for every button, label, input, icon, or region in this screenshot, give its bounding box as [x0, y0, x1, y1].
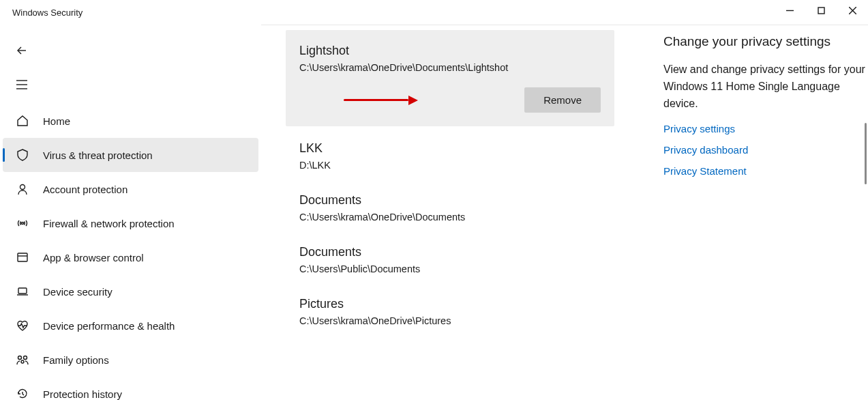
nav-app-browser[interactable]: App & browser control [3, 240, 258, 274]
exclusions-list: Lightshot C:\Users\krama\OneDrive\Docume… [286, 30, 614, 400]
exclusion-path: C:\Users\krama\OneDrive\Documents\Lights… [299, 61, 601, 75]
titlebar: Windows Security [0, 0, 868, 25]
nav-label: Firewall & network protection [43, 218, 175, 229]
exclusion-item[interactable]: LKK D:\LKK [286, 133, 614, 185]
exclusion-path: C:\Users\krama\OneDrive\Documents [299, 210, 601, 225]
nav-device-security[interactable]: Device security [3, 274, 258, 309]
laptop-icon [14, 283, 31, 300]
side-text: View and change privacy settings for you… [663, 61, 868, 112]
nav-home[interactable]: Home [3, 104, 258, 138]
main-panel: Lightshot C:\Users\krama\OneDrive\Docume… [261, 25, 868, 400]
exclusion-path: C:\Users\krama\OneDrive\Pictures [299, 314, 601, 328]
nav-firewall[interactable]: Firewall & network protection [3, 206, 258, 240]
nav-account-protection[interactable]: Account protection [3, 172, 258, 206]
nav-label: Account protection [43, 184, 128, 195]
nav-label: Virus & threat protection [43, 149, 153, 161]
scrollbar[interactable] [865, 123, 867, 184]
minimize-button[interactable] [774, 0, 805, 20]
svg-point-9 [22, 223, 24, 225]
exclusion-title: Lightshot [299, 44, 601, 58]
side-panel: Change your privacy settings View and ch… [663, 30, 868, 400]
side-title: Change your privacy settings [663, 34, 868, 49]
sidebar: Home Virus & threat protection Account p… [0, 25, 261, 400]
back-arrow-icon [16, 44, 28, 57]
nav-label: Home [43, 115, 70, 127]
exclusion-path: D:\LKK [299, 158, 601, 173]
nav-list: Home Virus & threat protection Account p… [0, 104, 261, 400]
heart-icon [14, 317, 31, 334]
family-icon [14, 352, 31, 368]
content: Home Virus & threat protection Account p… [0, 25, 868, 400]
nav-label: Family options [43, 354, 109, 366]
svg-rect-10 [18, 253, 27, 261]
svg-point-8 [20, 185, 25, 190]
window-title: Windows Security [12, 8, 83, 18]
back-button[interactable] [5, 37, 38, 64]
nav-label: Device performance & health [43, 320, 175, 332]
nav-label: Protection history [43, 388, 122, 400]
exclusion-item-selected[interactable]: Lightshot C:\Users\krama\OneDrive\Docume… [286, 30, 614, 126]
exclusion-item[interactable]: Pictures C:\Users\krama\OneDrive\Picture… [286, 289, 614, 341]
svg-point-14 [18, 356, 22, 360]
svg-point-16 [21, 360, 24, 363]
window-icon [14, 249, 31, 266]
window-controls [774, 0, 868, 25]
exclusion-title: Documents [299, 193, 601, 208]
hamburger-button[interactable] [5, 71, 38, 98]
link-privacy-settings[interactable]: Privacy settings [663, 123, 868, 134]
svg-rect-12 [18, 288, 27, 294]
shield-icon [14, 147, 31, 163]
remove-button[interactable]: Remove [524, 87, 601, 113]
arrow-annotation [344, 96, 418, 105]
exclusion-title: LKK [299, 141, 601, 156]
remove-row: Remove [299, 87, 601, 113]
exclusion-path: C:\Users\Public\Documents [299, 262, 601, 276]
nav-label: Device security [43, 286, 113, 298]
hamburger-icon [16, 80, 28, 89]
close-icon [849, 7, 856, 14]
home-icon [14, 113, 31, 129]
nav-label: App & browser control [43, 252, 144, 263]
person-icon [14, 181, 31, 197]
close-button[interactable] [837, 0, 868, 20]
link-privacy-statement[interactable]: Privacy Statement [663, 165, 868, 177]
exclusion-item[interactable]: Documents C:\Users\Public\Documents [286, 237, 614, 289]
nav-device-performance[interactable]: Device performance & health [3, 309, 258, 343]
exclusion-item[interactable]: Documents C:\Users\krama\OneDrive\Docume… [286, 185, 614, 237]
exclusion-title: Pictures [299, 297, 601, 311]
history-icon [14, 386, 31, 400]
antenna-icon [14, 215, 31, 231]
nav-family[interactable]: Family options [3, 343, 258, 377]
nav-protection-history[interactable]: Protection history [3, 377, 258, 400]
link-privacy-dashboard[interactable]: Privacy dashboard [663, 144, 868, 156]
minimize-icon [786, 7, 794, 14]
svg-point-15 [24, 356, 27, 360]
exclusion-title: Documents [299, 245, 601, 259]
maximize-icon [818, 7, 825, 14]
svg-rect-1 [818, 8, 824, 14]
nav-virus-threat[interactable]: Virus & threat protection [3, 138, 258, 172]
maximize-button[interactable] [805, 0, 837, 20]
